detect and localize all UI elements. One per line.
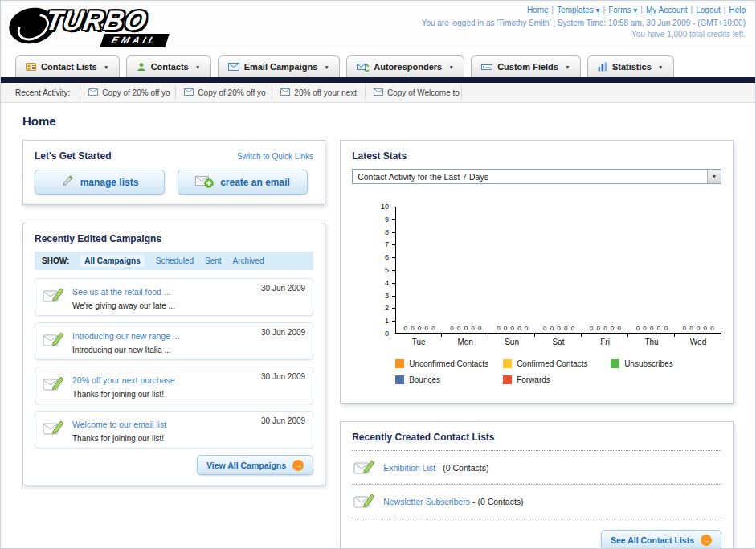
chart-bar-group: 0 0 0 0 0 (536, 207, 582, 333)
envelope-pencil-icon (353, 491, 376, 511)
contact-list-link[interactable]: Newsletter Subscribers (383, 497, 470, 506)
chart-bar-group: 0 0 0 0 0 (582, 207, 629, 333)
x-axis-label: Tue (395, 334, 442, 346)
top-link-home[interactable]: Home (527, 6, 549, 14)
top-link-help[interactable]: Help (729, 6, 746, 14)
header: TURBO EMAIL Home|Templates ▾|Forms ▾|My … (1, 1, 755, 51)
recent-activity-item-label: Copy of 20% off yo (102, 88, 170, 97)
campaign-title-link[interactable]: 20% off your next purchase (72, 375, 175, 385)
top-link-forms[interactable]: Forms ▾ (608, 6, 637, 14)
y-axis-tick-label: 9 (385, 215, 389, 223)
x-axis-label: Sat (535, 334, 582, 346)
y-axis-tick-label: 8 (385, 228, 389, 236)
campaign-title-link[interactable]: See us at the retail food ... (72, 287, 171, 297)
envelope-pencil-icon (43, 285, 65, 310)
recent-activity-item-label: 20% off your next (294, 88, 357, 97)
campaign-list-item: Introducing our new range ...Introducing… (35, 322, 313, 360)
credits-info: You have 1,000 total credits left. (422, 30, 746, 39)
campaign-title-link[interactable]: Welcome to our email list (72, 420, 166, 429)
legend-label: Unconfirmed Contacts (409, 359, 488, 368)
campaign-title-link[interactable]: Introducing our new range ... (72, 331, 180, 341)
show-label: SHOW: (42, 256, 69, 265)
recent-activity-item-label: Copy of Welcome to (387, 88, 460, 97)
campaign-filter-archived[interactable]: Archived (233, 256, 264, 265)
campaign-subtitle: We're giving away our late ... (72, 301, 175, 310)
switch-quick-links-link[interactable]: Switch to Quick Links (237, 152, 313, 161)
bar-value-labels: 0 0 0 0 0 (497, 325, 528, 333)
stats-period-value: Contact Activity for the Last 7 Days (358, 172, 488, 182)
separator: | (640, 6, 643, 14)
campaign-list-item: 20% off your next purchaseThanks for joi… (35, 367, 313, 404)
create-email-button[interactable]: create an email (178, 170, 308, 195)
bar-value-labels: 0 0 0 0 0 (450, 325, 481, 333)
nav-tab-contacts[interactable]: Contacts▼ (126, 55, 211, 77)
get-started-title: Let's Get Started (35, 150, 112, 162)
y-axis-tick-label: 4 (385, 279, 389, 287)
recent-activity-item[interactable]: 20% off your next (272, 86, 366, 100)
nav-tab-contact-lists[interactable]: Contact Lists▼ (15, 55, 120, 77)
view-all-campaigns-label: View All Campaigns (206, 461, 286, 470)
legend-swatch (611, 359, 619, 368)
contact-list-detail: - (0 Contacts) (435, 463, 489, 473)
recent-activity-items: Copy of 20% off yoCopy of 20% off yo20% … (80, 86, 462, 100)
legend-item-unconfirmed-contacts: Unconfirmed Contacts (395, 359, 503, 368)
get-started-panel: Let's Get Started Switch to Quick Links … (22, 140, 325, 205)
y-axis-tick-label: 3 (385, 292, 389, 300)
campaign-filter-scheduled[interactable]: Scheduled (156, 256, 194, 265)
envelope-pencil-icon (43, 374, 65, 399)
contact-list-item: Exhibition List - (0 Contacts) (352, 451, 721, 485)
statistics-icon (598, 62, 607, 72)
top-link-templates[interactable]: Templates ▾ (557, 6, 599, 14)
legend-swatch (395, 375, 404, 384)
login-info: You are logged in as 'Timothy Smith' | S… (422, 18, 746, 27)
recent-activity-item[interactable]: Copy of Welcome to (366, 86, 462, 100)
campaign-list-item: See us at the retail food ...We're givin… (35, 278, 313, 316)
chevron-down-icon: ▼ (104, 64, 109, 70)
nav-tab-label: Email Campaigns (244, 62, 318, 72)
recent-activity-bar: Recent Activity: Copy of 20% off yoCopy … (1, 83, 755, 103)
stats-period-dropdown[interactable]: Contact Activity for the Last 7 Days ▼ (352, 169, 721, 184)
campaign-filter-sent[interactable]: Sent (205, 256, 222, 265)
bar-value-labels: 0 0 0 0 0 (590, 325, 621, 333)
header-right: Home|Templates ▾|Forms ▾|My Account|Logo… (422, 6, 746, 39)
y-axis-tick-label: 5 (385, 266, 389, 274)
top-nav: Home|Templates ▾|Forms ▾|My Account|Logo… (422, 6, 746, 14)
nav-tab-email-campaigns[interactable]: Email Campaigns▼ (218, 55, 341, 77)
latest-stats-panel: Latest Stats Contact Activity for the La… (340, 140, 734, 404)
chart-legend: Unconfirmed ContactsConfirmed ContactsUn… (395, 359, 721, 391)
bar-value-labels: 0 0 0 0 0 (403, 325, 435, 333)
legend-swatch (503, 359, 512, 368)
nav-tab-statistics[interactable]: Statistics▼ (587, 55, 674, 77)
see-all-contact-lists-button[interactable]: See All Contact Lists → (601, 530, 721, 549)
campaigns-title: Recently Edited Campaigns (35, 233, 313, 244)
y-axis-tick-label: 2 (385, 304, 389, 312)
top-link-logout[interactable]: Logout (696, 6, 721, 14)
recent-campaigns-panel: Recently Edited Campaigns SHOW: All Camp… (22, 223, 325, 485)
nav-tab-label: Contact Lists (41, 62, 97, 72)
campaign-filter-all-campaigns[interactable]: All Campaigns (80, 255, 144, 267)
campaign-date: 30 Jun 2009 (261, 416, 305, 443)
legend-label: Bounces (409, 375, 440, 384)
contact-lists-icon (26, 62, 36, 72)
envelope-pencil-icon (353, 457, 376, 477)
envelope-icon (88, 88, 98, 97)
main-content: Home Let's Get Started Switch to Quick L… (1, 103, 755, 549)
manage-lists-button[interactable]: manage lists (35, 170, 165, 195)
nav-tab-custom-fields[interactable]: Custom Fields▼ (471, 55, 581, 77)
envelope-pencil-icon (43, 330, 65, 354)
contact-lists-title: Recently Created Contact Lists (352, 432, 721, 451)
view-all-campaigns-button[interactable]: View All Campaigns → (197, 455, 313, 475)
recent-activity-item[interactable]: Copy of 20% off yo (176, 86, 272, 100)
nav-tab-label: Statistics (612, 62, 652, 72)
campaign-subtitle: Introducing our new Italia ... (72, 346, 180, 354)
chart-bar-group: 0 0 0 0 0 (489, 207, 536, 333)
campaign-filter-bar: SHOW: All CampaignsScheduledSentArchived (35, 252, 313, 270)
chevron-down-icon: ▼ (565, 64, 570, 70)
top-link-my-account[interactable]: My Account (646, 6, 688, 14)
recent-activity-item[interactable]: Copy of 20% off yo (80, 86, 176, 100)
chevron-down-icon: ▼ (195, 64, 201, 70)
chart-x-axis: TueMonSunSatFriThuWed (395, 334, 721, 346)
contact-list-link[interactable]: Exhibition List (383, 463, 435, 473)
envelope-icon (374, 88, 383, 97)
nav-tab-autoresponders[interactable]: Autoresponders▼ (346, 55, 464, 77)
